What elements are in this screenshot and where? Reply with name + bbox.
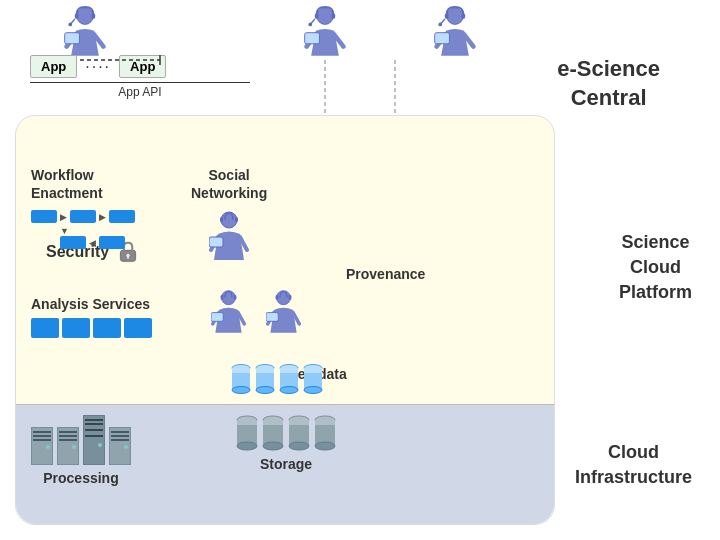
svg-line-19 bbox=[441, 19, 445, 24]
svg-point-74 bbox=[263, 442, 283, 450]
processing-section: Processing bbox=[31, 415, 131, 486]
svg-rect-1 bbox=[75, 13, 79, 19]
svg-point-90 bbox=[256, 387, 274, 394]
svg-rect-10 bbox=[331, 13, 335, 19]
svg-rect-91 bbox=[256, 368, 274, 373]
svg-rect-79 bbox=[289, 420, 309, 425]
svg-line-3 bbox=[71, 19, 75, 24]
svg-rect-30 bbox=[220, 217, 223, 222]
svg-rect-83 bbox=[315, 420, 335, 425]
svg-rect-48 bbox=[33, 431, 51, 433]
svg-rect-64 bbox=[111, 431, 129, 433]
svg-point-41 bbox=[277, 291, 291, 305]
main-container: App ···· App App API e-Science Central S… bbox=[0, 0, 720, 540]
svg-point-51 bbox=[46, 445, 50, 449]
svg-rect-46 bbox=[266, 313, 278, 322]
workflow-blocks: ▶ ▶ ▼ ◀ bbox=[31, 210, 135, 249]
svg-point-20 bbox=[438, 23, 442, 27]
svg-rect-49 bbox=[33, 435, 51, 437]
svg-point-35 bbox=[222, 291, 236, 305]
metadata-storage-icons bbox=[231, 364, 323, 396]
cloud-infra-band: Processing bbox=[16, 404, 554, 524]
svg-rect-61 bbox=[85, 435, 103, 437]
svg-point-29 bbox=[221, 212, 237, 228]
workflow-label: Workflow Enactment bbox=[31, 166, 135, 202]
svg-rect-9 bbox=[315, 13, 319, 19]
storage-section: Storage bbox=[236, 415, 336, 472]
svg-point-67 bbox=[124, 445, 128, 449]
analysis-label: Analysis Services bbox=[31, 296, 152, 312]
provenance-label: Provenance bbox=[346, 266, 425, 282]
svg-rect-53 bbox=[59, 431, 77, 433]
svg-rect-17 bbox=[445, 13, 449, 19]
dots-separator: ···· bbox=[85, 58, 111, 76]
svg-rect-59 bbox=[85, 423, 103, 425]
svg-rect-18 bbox=[461, 13, 465, 19]
svg-rect-71 bbox=[237, 420, 257, 425]
analysis-persons bbox=[211, 288, 301, 338]
person-center bbox=[300, 5, 350, 69]
main-box: Security Workflow Enactment ▶ ▶ bbox=[15, 115, 555, 525]
svg-rect-58 bbox=[85, 419, 103, 421]
cloud-infrastructure-label: Cloud Infrastructure bbox=[575, 440, 692, 490]
svg-rect-66 bbox=[111, 439, 129, 441]
svg-rect-37 bbox=[234, 295, 237, 299]
science-cloud-platform-label: Science Cloud Platform bbox=[619, 230, 692, 306]
svg-rect-23 bbox=[435, 33, 450, 44]
svg-rect-7 bbox=[65, 33, 80, 44]
app-box-2: App bbox=[119, 55, 166, 78]
arrow-connectors bbox=[320, 60, 520, 120]
svg-rect-28 bbox=[127, 255, 129, 258]
svg-rect-43 bbox=[289, 295, 292, 299]
svg-point-78 bbox=[289, 442, 309, 450]
svg-rect-99 bbox=[304, 368, 322, 373]
svg-rect-2 bbox=[91, 13, 95, 19]
svg-rect-40 bbox=[211, 313, 223, 322]
svg-point-70 bbox=[237, 442, 257, 450]
svg-point-62 bbox=[98, 443, 102, 447]
svg-point-86 bbox=[232, 387, 250, 394]
svg-rect-75 bbox=[263, 420, 283, 425]
processing-label: Processing bbox=[31, 470, 131, 486]
storage-label: Storage bbox=[236, 456, 336, 472]
svg-point-98 bbox=[304, 387, 322, 394]
svg-rect-36 bbox=[221, 295, 224, 299]
svg-point-8 bbox=[317, 8, 334, 25]
svg-point-82 bbox=[315, 442, 335, 450]
svg-rect-87 bbox=[232, 368, 250, 373]
svg-point-0 bbox=[77, 8, 94, 25]
svg-point-56 bbox=[72, 445, 76, 449]
svg-rect-95 bbox=[280, 368, 298, 373]
svg-line-11 bbox=[311, 19, 315, 24]
server-icons bbox=[31, 415, 131, 465]
svg-rect-50 bbox=[33, 439, 51, 441]
svg-rect-60 bbox=[85, 429, 103, 431]
social-person-icon bbox=[191, 210, 267, 265]
analysis-blocks bbox=[31, 318, 152, 338]
svg-rect-31 bbox=[235, 217, 238, 222]
svg-rect-57 bbox=[83, 415, 105, 465]
svg-point-16 bbox=[447, 8, 464, 25]
social-label: Social Networking bbox=[191, 166, 267, 202]
analysis-section: Analysis Services bbox=[31, 296, 152, 338]
svg-point-94 bbox=[280, 387, 298, 394]
person-right bbox=[430, 5, 480, 69]
app-box-1: App bbox=[30, 55, 77, 78]
svg-point-4 bbox=[68, 23, 72, 27]
escience-central-label: e-Science Central bbox=[557, 55, 660, 112]
svg-rect-15 bbox=[305, 33, 320, 44]
svg-rect-42 bbox=[276, 295, 279, 299]
svg-rect-34 bbox=[209, 237, 223, 247]
svg-point-12 bbox=[308, 23, 312, 27]
app-api-label: App API bbox=[30, 82, 250, 99]
app-boxes-group: App ···· App bbox=[30, 55, 166, 78]
storage-icons bbox=[236, 415, 336, 451]
svg-rect-55 bbox=[59, 439, 77, 441]
svg-rect-54 bbox=[59, 435, 77, 437]
social-section: Social Networking bbox=[191, 166, 267, 265]
svg-rect-65 bbox=[111, 435, 129, 437]
workflow-section: Workflow Enactment ▶ ▶ ▼ ◀ bbox=[31, 166, 135, 249]
